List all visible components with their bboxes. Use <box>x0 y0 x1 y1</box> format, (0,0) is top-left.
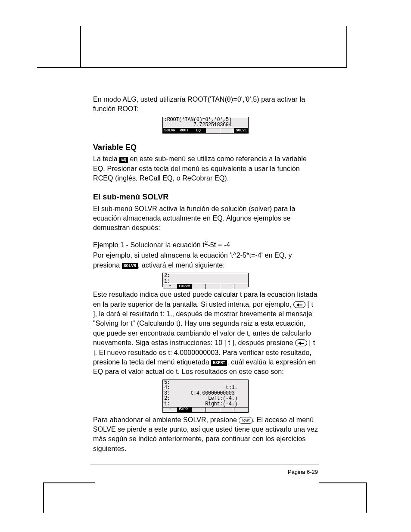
footer-rule <box>90 464 319 464</box>
menu-cell: SOLVE <box>234 128 248 133</box>
menu-cell <box>220 128 234 133</box>
menu-cell <box>234 407 248 412</box>
menu-cell <box>220 407 234 412</box>
menu-cell <box>220 284 234 289</box>
text: La tecla <box>93 155 119 162</box>
example-label: Ejemplo 1 <box>93 241 124 249</box>
crop-mark <box>37 67 347 68</box>
crop-mark <box>80 26 81 68</box>
page-content: En modo ALG, usted utilizaría ROOT('TAN(… <box>93 95 318 454</box>
left-shift-key-icon <box>293 301 305 308</box>
text: -5t = -4 <box>208 241 230 249</box>
menu-cell <box>206 128 220 133</box>
paragraph: La tecla EQ en este sub-menú se utiliza … <box>93 154 318 183</box>
screen-line: 2: <box>163 273 248 279</box>
example-line: Ejemplo 1 - Solucionar la ecuación t2-5t… <box>93 239 318 250</box>
crop-mark <box>43 482 95 483</box>
calculator-screen-1: :ROOT('TAN(θ)=θ','θ',5) 7.72525183694 SO… <box>162 117 249 134</box>
menu-cell: SOLVR <box>163 128 177 133</box>
calculator-screen-2: 2: 1: t EXPR= <box>162 273 249 287</box>
text: Este resultado indica que usted puede ca… <box>93 291 318 308</box>
intro-paragraph: En modo ALG, usted utilizaría ROOT('TAN(… <box>93 95 318 114</box>
menu-cell: EXPR= <box>177 407 192 412</box>
menu-cell: t <box>163 284 177 289</box>
menu-cell: EQ <box>191 128 206 133</box>
menu-cell: t <box>163 407 177 412</box>
softkey-badge-solvr: SOLVR <box>122 263 138 269</box>
menu-cell <box>206 284 220 289</box>
screen-menu-row: SOLVR ROOT EQ SOLVE <box>163 128 248 133</box>
menu-cell: EXPR= <box>177 284 192 289</box>
page-number: Página 6-29 <box>288 469 318 475</box>
text: Para abandonar el ambiente SOLVR, presio… <box>93 416 239 423</box>
menu-cell <box>206 407 220 412</box>
screen-line: 4: t:1. <box>163 385 248 391</box>
paragraph: Por ejemplo, si usted almacena la ecuaci… <box>93 251 318 270</box>
screen-menu-row: t EXPR= <box>163 407 248 412</box>
softkey-badge-eq: EQ <box>119 157 128 163</box>
var-key: VAR <box>239 417 252 424</box>
paragraph: El sub-menú SOLVR activa la función de s… <box>93 204 318 233</box>
crop-mark <box>366 482 367 513</box>
menu-cell <box>234 284 248 289</box>
crop-mark <box>319 482 367 483</box>
screen-line: 1: <box>163 279 248 284</box>
softkey-badge-expr: EXPR= <box>211 360 227 366</box>
crop-mark <box>346 26 347 68</box>
text: - Solucionar la ecuación t <box>124 241 205 249</box>
heading-variable-eq: Variable EQ <box>93 142 318 153</box>
paragraph: Para abandonar el ambiente SOLVR, presio… <box>93 415 318 454</box>
menu-cell <box>192 407 206 412</box>
screen-line: 1: Right:(-4.) <box>163 401 248 407</box>
calculator-screen-3: 5: 4: t:1. 3: t:4.00000000003 2: Left:(-… <box>162 380 249 413</box>
heading-solvr: El sub-menú SOLVR <box>93 192 318 202</box>
menu-cell: ROOT <box>177 128 191 133</box>
text: , activará el menú siguiente: <box>138 261 225 269</box>
crop-mark <box>43 482 44 513</box>
screen-menu-row: t EXPR= <box>163 284 248 289</box>
menu-cell <box>192 284 206 289</box>
left-shift-key-icon <box>295 339 307 346</box>
paragraph: Este resultado indica que usted puede ca… <box>93 290 318 377</box>
screen-line: 7.72525183694 <box>163 122 248 128</box>
